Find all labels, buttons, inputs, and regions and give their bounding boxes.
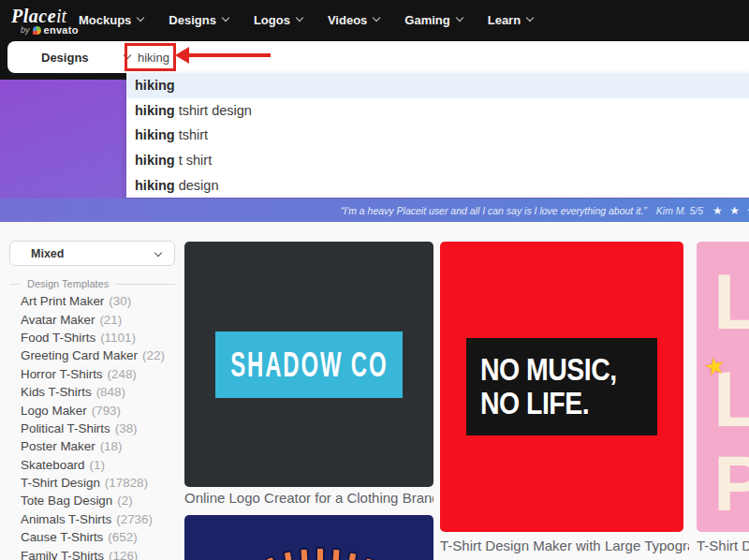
template-card-partial-navy[interactable] [184, 515, 433, 560]
nav-item-gaming[interactable]: Gaming [404, 13, 462, 27]
search-category-value: Designs [41, 51, 89, 65]
sidebar-section-title: Design Templates [27, 278, 109, 289]
suggestion-bold: hiking [135, 103, 175, 118]
sidebar-item-kids-t-shirts[interactable]: Kids T-Shirts(848) [21, 383, 180, 401]
category-count: (38) [115, 421, 138, 435]
nav-item-learn[interactable]: Learn [488, 13, 533, 27]
sidebar-item-food-t-shirts[interactable]: Food T-Shirts(1101) [21, 329, 180, 346]
logo-text-place: Place [11, 6, 56, 26]
logo-text-it: it [56, 6, 66, 26]
testimonial-strip: “I'm a heavy Placeit user and all I can … [0, 199, 749, 222]
suggestion-rest: tshirt [175, 127, 208, 142]
category-label: Political T-Shirts [21, 421, 110, 435]
template-card-no-music[interactable]: NO MUSIC, NO LIFE. [440, 242, 683, 532]
template-card-pink-typography[interactable]: L L P ★ [697, 242, 749, 532]
arched-text-fragment [361, 556, 375, 560]
suggestion-hiking-t-shirt[interactable]: hiking t shirt [126, 148, 749, 173]
template-card-logo-creator[interactable]: SHADOW CO [184, 242, 433, 487]
category-count: (21) [99, 313, 122, 327]
chevron-down-icon [296, 14, 303, 22]
category-label: Animals T-Shirts [21, 512, 111, 526]
category-count: (848) [96, 385, 125, 399]
category-label: Avatar Maker [21, 313, 95, 327]
sidebar-item-tote-bag-design[interactable]: Tote Bag Design(2) [21, 492, 180, 509]
arched-text-fragment [265, 555, 279, 560]
category-count: (22) [142, 348, 165, 362]
category-label: Poster Maker [21, 439, 95, 453]
star-rating-icons: ★ ★ ★ [712, 204, 749, 217]
card-caption[interactable]: Online Logo Creator for a Clothing Brand… [184, 490, 433, 506]
shadow-co-text: SHADOW CO [230, 344, 388, 386]
arched-text-fragment [283, 550, 295, 560]
suggestion-rest: tshirt design [175, 103, 252, 118]
nav-label: Gaming [404, 13, 449, 27]
sidebar-item-skateboard[interactable]: Skateboard(1) [21, 456, 180, 474]
category-label: Greeting Card Maker [21, 348, 138, 362]
category-count: (30) [109, 294, 131, 308]
placeit-logo[interactable]: Placeit by envato [11, 6, 79, 36]
nav-label: Learn [488, 13, 521, 27]
card-caption[interactable]: T-Shirt Desi [697, 538, 749, 553]
nav-item-designs[interactable]: Designs [169, 13, 228, 27]
sidebar-item-logo-maker[interactable]: Logo Maker(793) [21, 401, 180, 419]
search-suggestions-dropdown: hiking hiking tshirt design hiking tshir… [126, 73, 749, 198]
suggestion-hiking[interactable]: hiking [126, 73, 749, 98]
pink-card-letter: P [713, 444, 749, 523]
nav-label: Videos [328, 13, 367, 27]
shadow-co-logo-art: SHADOW CO [215, 332, 403, 398]
testimonial-quote: “I'm a heavy Placeit user and all I can … [341, 205, 647, 216]
chevron-down-icon [373, 14, 380, 22]
sidebar-item-poster-maker[interactable]: Poster Maker(18) [21, 437, 180, 455]
card-caption[interactable]: T-Shirt Design Maker with Large Typograp… [440, 538, 689, 553]
sidebar-item-art-print-maker[interactable]: Art Print Maker(30) [21, 292, 180, 310]
testimonial-attribution: Kim M. 5/5 [656, 205, 703, 216]
nav-item-mockups[interactable]: Mockups [79, 13, 143, 27]
sidebar-item-animals-t-shirts[interactable]: Animals T-Shirts(2736) [21, 510, 180, 528]
byline-envato: envato [44, 24, 79, 36]
filter-dropdown-mixed[interactable]: Mixed [9, 241, 175, 266]
search-category-select[interactable]: Designs [7, 51, 130, 65]
sidebar-section-divider: Design Templates [9, 278, 175, 289]
sidebar-item-horror-t-shirts[interactable]: Horror T-Shirts(248) [21, 365, 180, 383]
logo-byline: by envato [11, 24, 79, 36]
arched-text-fragment [346, 551, 359, 560]
category-label: Art Print Maker [21, 294, 104, 308]
category-label: Skateboard [21, 458, 85, 472]
filter-value: Mixed [31, 247, 64, 260]
suggestion-rest: design [175, 178, 219, 193]
arched-text-fragment [330, 548, 341, 560]
byline-by: by [21, 25, 30, 35]
search-input[interactable] [131, 46, 178, 68]
sidebar-item-avatar-maker[interactable]: Avatar Maker(21) [21, 310, 180, 328]
chevron-down-icon [137, 14, 144, 22]
sidebar-item-political-t-shirts[interactable]: Political T-Shirts(38) [21, 420, 180, 437]
nav-item-logos[interactable]: Logos [254, 13, 302, 27]
category-count: (793) [92, 404, 121, 418]
category-label: Family T-Shirts [21, 549, 104, 560]
suggestion-bold: hiking [135, 127, 175, 142]
sidebar-item-family-t-shirts[interactable]: Family T-Shirts(126) [21, 546, 180, 560]
sidebar-item-cause-t-shirts[interactable]: Cause T-Shirts(652) [21, 528, 180, 546]
arched-text-fragment [316, 547, 325, 560]
suggestion-bold: hiking [135, 78, 175, 93]
nav-label: Logos [254, 13, 290, 27]
category-count: (1) [90, 458, 105, 472]
suggestion-bold: hiking [135, 178, 175, 193]
suggestion-hiking-design[interactable]: hiking design [126, 172, 749, 198]
nav-item-videos[interactable]: Videos [328, 13, 379, 27]
divider-line [115, 284, 175, 285]
pink-card-letter: L [713, 262, 749, 341]
category-count: (17828) [105, 476, 148, 490]
search-bar: Designs [7, 41, 749, 73]
chevron-down-icon [455, 14, 463, 22]
category-count: (18) [100, 439, 123, 453]
category-label: Cause T-Shirts [21, 530, 103, 544]
suggestion-hiking-tshirt[interactable]: hiking tshirt [126, 123, 749, 148]
sidebar-item-greeting-card-maker[interactable]: Greeting Card Maker(22) [21, 346, 180, 364]
suggestion-hiking-tshirt-design[interactable]: hiking tshirt design [126, 98, 749, 124]
annotation-arrow-line [188, 53, 271, 57]
chevron-down-icon [123, 52, 130, 59]
no-music-line2: NO LIFE. [480, 384, 654, 422]
category-count: (2736) [116, 512, 153, 526]
sidebar-item-t-shirt-design[interactable]: T-Shirt Design(17828) [21, 474, 180, 492]
